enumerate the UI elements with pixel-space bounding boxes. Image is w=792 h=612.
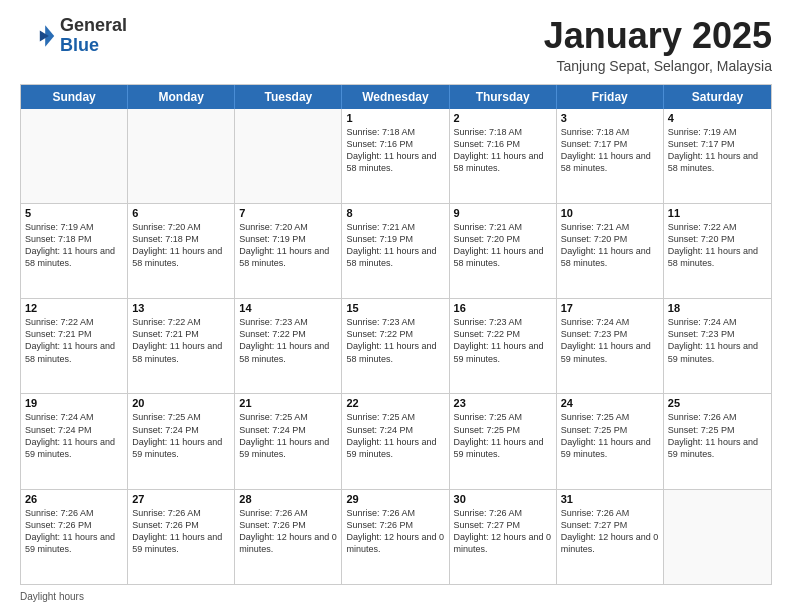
calendar-cell: 17Sunrise: 7:24 AM Sunset: 7:23 PM Dayli… — [557, 299, 664, 393]
day-number: 3 — [561, 112, 659, 124]
day-number: 12 — [25, 302, 123, 314]
cell-details: Sunrise: 7:26 AM Sunset: 7:27 PM Dayligh… — [454, 507, 552, 556]
cell-details: Sunrise: 7:25 AM Sunset: 7:24 PM Dayligh… — [239, 411, 337, 460]
day-number: 23 — [454, 397, 552, 409]
cell-details: Sunrise: 7:22 AM Sunset: 7:21 PM Dayligh… — [132, 316, 230, 365]
cell-details: Sunrise: 7:23 AM Sunset: 7:22 PM Dayligh… — [346, 316, 444, 365]
day-number: 17 — [561, 302, 659, 314]
cell-details: Sunrise: 7:26 AM Sunset: 7:25 PM Dayligh… — [668, 411, 767, 460]
cell-details: Sunrise: 7:18 AM Sunset: 7:16 PM Dayligh… — [454, 126, 552, 175]
day-number: 27 — [132, 493, 230, 505]
calendar-cell: 14Sunrise: 7:23 AM Sunset: 7:22 PM Dayli… — [235, 299, 342, 393]
calendar-cell: 5Sunrise: 7:19 AM Sunset: 7:18 PM Daylig… — [21, 204, 128, 298]
weekday-header: Friday — [557, 85, 664, 109]
day-number: 28 — [239, 493, 337, 505]
cell-details: Sunrise: 7:22 AM Sunset: 7:20 PM Dayligh… — [668, 221, 767, 270]
day-number: 11 — [668, 207, 767, 219]
month-title: January 2025 — [544, 16, 772, 56]
calendar-cell: 6Sunrise: 7:20 AM Sunset: 7:18 PM Daylig… — [128, 204, 235, 298]
calendar-header: SundayMondayTuesdayWednesdayThursdayFrid… — [21, 85, 771, 109]
calendar-cell: 25Sunrise: 7:26 AM Sunset: 7:25 PM Dayli… — [664, 394, 771, 488]
day-number: 1 — [346, 112, 444, 124]
calendar-cell: 10Sunrise: 7:21 AM Sunset: 7:20 PM Dayli… — [557, 204, 664, 298]
calendar-cell — [235, 109, 342, 203]
calendar-cell: 30Sunrise: 7:26 AM Sunset: 7:27 PM Dayli… — [450, 490, 557, 584]
calendar-cell: 29Sunrise: 7:26 AM Sunset: 7:26 PM Dayli… — [342, 490, 449, 584]
calendar-row: 12Sunrise: 7:22 AM Sunset: 7:21 PM Dayli… — [21, 299, 771, 394]
daylight-label: Daylight hours — [20, 591, 84, 602]
logo-icon — [20, 18, 56, 54]
cell-details: Sunrise: 7:25 AM Sunset: 7:24 PM Dayligh… — [132, 411, 230, 460]
footer: Daylight hours — [20, 591, 772, 602]
cell-details: Sunrise: 7:25 AM Sunset: 7:24 PM Dayligh… — [346, 411, 444, 460]
cell-details: Sunrise: 7:26 AM Sunset: 7:27 PM Dayligh… — [561, 507, 659, 556]
calendar-body: 1Sunrise: 7:18 AM Sunset: 7:16 PM Daylig… — [21, 109, 771, 584]
calendar-cell: 19Sunrise: 7:24 AM Sunset: 7:24 PM Dayli… — [21, 394, 128, 488]
cell-details: Sunrise: 7:22 AM Sunset: 7:21 PM Dayligh… — [25, 316, 123, 365]
day-number: 9 — [454, 207, 552, 219]
day-number: 4 — [668, 112, 767, 124]
day-number: 24 — [561, 397, 659, 409]
day-number: 25 — [668, 397, 767, 409]
calendar-row: 5Sunrise: 7:19 AM Sunset: 7:18 PM Daylig… — [21, 204, 771, 299]
day-number: 18 — [668, 302, 767, 314]
calendar-cell: 7Sunrise: 7:20 AM Sunset: 7:19 PM Daylig… — [235, 204, 342, 298]
calendar-cell — [128, 109, 235, 203]
cell-details: Sunrise: 7:21 AM Sunset: 7:20 PM Dayligh… — [561, 221, 659, 270]
day-number: 26 — [25, 493, 123, 505]
day-number: 6 — [132, 207, 230, 219]
calendar-cell: 11Sunrise: 7:22 AM Sunset: 7:20 PM Dayli… — [664, 204, 771, 298]
day-number: 7 — [239, 207, 337, 219]
cell-details: Sunrise: 7:24 AM Sunset: 7:23 PM Dayligh… — [668, 316, 767, 365]
calendar-cell: 2Sunrise: 7:18 AM Sunset: 7:16 PM Daylig… — [450, 109, 557, 203]
calendar-cell — [664, 490, 771, 584]
day-number: 14 — [239, 302, 337, 314]
cell-details: Sunrise: 7:20 AM Sunset: 7:19 PM Dayligh… — [239, 221, 337, 270]
cell-details: Sunrise: 7:23 AM Sunset: 7:22 PM Dayligh… — [454, 316, 552, 365]
calendar-cell: 22Sunrise: 7:25 AM Sunset: 7:24 PM Dayli… — [342, 394, 449, 488]
calendar-row: 26Sunrise: 7:26 AM Sunset: 7:26 PM Dayli… — [21, 490, 771, 584]
day-number: 10 — [561, 207, 659, 219]
calendar-cell: 20Sunrise: 7:25 AM Sunset: 7:24 PM Dayli… — [128, 394, 235, 488]
title-block: January 2025 Tanjung Sepat, Selangor, Ma… — [544, 16, 772, 74]
calendar-row: 19Sunrise: 7:24 AM Sunset: 7:24 PM Dayli… — [21, 394, 771, 489]
day-number: 13 — [132, 302, 230, 314]
calendar-cell: 9Sunrise: 7:21 AM Sunset: 7:20 PM Daylig… — [450, 204, 557, 298]
cell-details: Sunrise: 7:19 AM Sunset: 7:18 PM Dayligh… — [25, 221, 123, 270]
location: Tanjung Sepat, Selangor, Malaysia — [544, 58, 772, 74]
cell-details: Sunrise: 7:26 AM Sunset: 7:26 PM Dayligh… — [25, 507, 123, 556]
header: General Blue January 2025 Tanjung Sepat,… — [20, 16, 772, 74]
calendar-cell: 24Sunrise: 7:25 AM Sunset: 7:25 PM Dayli… — [557, 394, 664, 488]
weekday-header: Saturday — [664, 85, 771, 109]
day-number: 30 — [454, 493, 552, 505]
cell-details: Sunrise: 7:26 AM Sunset: 7:26 PM Dayligh… — [346, 507, 444, 556]
logo-text: General Blue — [60, 16, 127, 56]
calendar-cell: 21Sunrise: 7:25 AM Sunset: 7:24 PM Dayli… — [235, 394, 342, 488]
calendar: SundayMondayTuesdayWednesdayThursdayFrid… — [20, 84, 772, 585]
logo-general-text: General — [60, 15, 127, 35]
calendar-cell: 16Sunrise: 7:23 AM Sunset: 7:22 PM Dayli… — [450, 299, 557, 393]
calendar-cell: 15Sunrise: 7:23 AM Sunset: 7:22 PM Dayli… — [342, 299, 449, 393]
calendar-cell: 27Sunrise: 7:26 AM Sunset: 7:26 PM Dayli… — [128, 490, 235, 584]
calendar-cell: 23Sunrise: 7:25 AM Sunset: 7:25 PM Dayli… — [450, 394, 557, 488]
weekday-header: Monday — [128, 85, 235, 109]
page: General Blue January 2025 Tanjung Sepat,… — [0, 0, 792, 612]
cell-details: Sunrise: 7:26 AM Sunset: 7:26 PM Dayligh… — [239, 507, 337, 556]
logo: General Blue — [20, 16, 127, 56]
calendar-cell — [21, 109, 128, 203]
logo-blue-text: Blue — [60, 35, 99, 55]
calendar-cell: 12Sunrise: 7:22 AM Sunset: 7:21 PM Dayli… — [21, 299, 128, 393]
weekday-header: Tuesday — [235, 85, 342, 109]
calendar-cell: 8Sunrise: 7:21 AM Sunset: 7:19 PM Daylig… — [342, 204, 449, 298]
day-number: 22 — [346, 397, 444, 409]
cell-details: Sunrise: 7:26 AM Sunset: 7:26 PM Dayligh… — [132, 507, 230, 556]
cell-details: Sunrise: 7:19 AM Sunset: 7:17 PM Dayligh… — [668, 126, 767, 175]
day-number: 8 — [346, 207, 444, 219]
day-number: 2 — [454, 112, 552, 124]
calendar-row: 1Sunrise: 7:18 AM Sunset: 7:16 PM Daylig… — [21, 109, 771, 204]
weekday-header: Sunday — [21, 85, 128, 109]
day-number: 29 — [346, 493, 444, 505]
calendar-cell: 3Sunrise: 7:18 AM Sunset: 7:17 PM Daylig… — [557, 109, 664, 203]
calendar-cell: 31Sunrise: 7:26 AM Sunset: 7:27 PM Dayli… — [557, 490, 664, 584]
day-number: 31 — [561, 493, 659, 505]
